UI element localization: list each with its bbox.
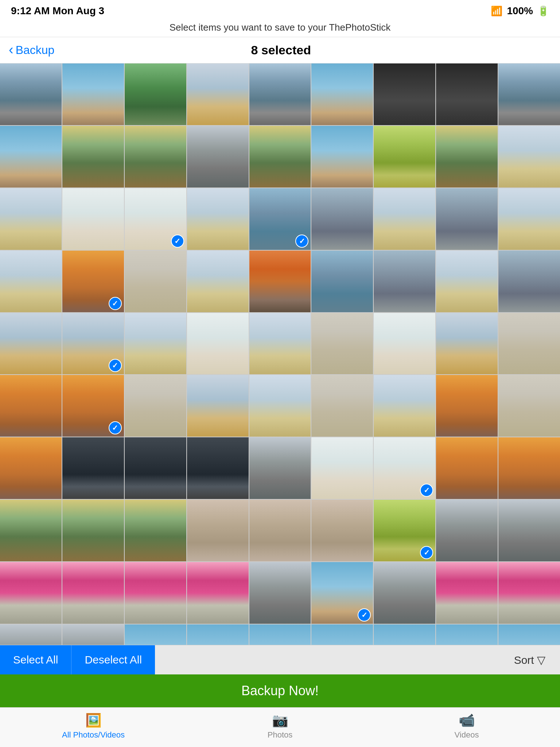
photo-cell[interactable] (62, 251, 124, 312)
photo-cell[interactable] (436, 437, 498, 499)
photo-cell[interactable] (311, 313, 373, 375)
photo-cell[interactable] (374, 375, 435, 437)
photo-cell[interactable] (311, 126, 373, 187)
photo-cell[interactable] (498, 188, 560, 250)
photo-cell[interactable] (249, 375, 311, 437)
photo-cell[interactable] (311, 562, 373, 624)
photo-cell[interactable] (187, 251, 249, 312)
photo-cell[interactable] (311, 375, 373, 437)
photo-cell[interactable] (125, 624, 186, 645)
photo-cell[interactable] (498, 375, 560, 437)
photo-cell[interactable] (125, 251, 186, 312)
photo-cell[interactable] (125, 437, 186, 499)
photo-cell[interactable] (187, 126, 249, 187)
photo-cell[interactable] (125, 375, 186, 437)
photo-cell[interactable] (498, 500, 560, 561)
photo-cell[interactable] (249, 562, 311, 624)
photo-cell[interactable] (187, 562, 249, 624)
photo-cell[interactable] (436, 375, 498, 437)
photo-cell[interactable] (311, 437, 373, 499)
photo-cell[interactable] (125, 500, 186, 561)
photo-cell[interactable] (62, 188, 124, 250)
photo-cell[interactable] (436, 188, 498, 250)
photo-cell[interactable] (311, 251, 373, 312)
photo-cell[interactable] (498, 562, 560, 624)
photo-cell[interactable] (187, 375, 249, 437)
tab-photos[interactable]: 📷 Photos (187, 713, 373, 740)
select-all-button[interactable]: Select All (0, 645, 71, 674)
photo-grid[interactable] (0, 63, 560, 645)
photo-cell[interactable] (436, 562, 498, 624)
photo-cell[interactable] (62, 375, 124, 437)
photo-cell[interactable] (374, 500, 435, 561)
sort-button[interactable]: Sort ▽ (155, 645, 560, 674)
photo-cell[interactable] (311, 500, 373, 561)
photo-cell[interactable] (374, 63, 435, 125)
back-button[interactable]: ‹ Backup (9, 43, 54, 57)
photo-cell[interactable] (125, 562, 186, 624)
photo-cell[interactable] (311, 63, 373, 125)
photo-cell[interactable] (498, 624, 560, 645)
photo-cell[interactable] (62, 313, 124, 375)
photo-cell[interactable] (498, 251, 560, 312)
photo-cell[interactable] (249, 126, 311, 187)
photo-cell[interactable] (0, 126, 62, 187)
photo-cell[interactable] (0, 63, 62, 125)
photo-cell[interactable] (0, 437, 62, 499)
photo-cell[interactable] (187, 624, 249, 645)
photo-cell[interactable] (249, 437, 311, 499)
photo-cell[interactable] (62, 500, 124, 561)
all-photos-icon: 🖼️ (85, 713, 102, 728)
photo-cell[interactable] (374, 437, 435, 499)
photo-cell[interactable] (436, 251, 498, 312)
photo-cell[interactable] (249, 500, 311, 561)
photo-cell[interactable] (249, 188, 311, 250)
photo-cell[interactable] (0, 313, 62, 375)
photo-cell[interactable] (249, 63, 311, 125)
photo-cell[interactable] (249, 251, 311, 312)
photo-cell[interactable] (498, 126, 560, 187)
photo-cell[interactable] (311, 188, 373, 250)
photo-cell[interactable] (187, 188, 249, 250)
photo-cell[interactable] (125, 313, 186, 375)
photo-cell[interactable] (187, 437, 249, 499)
photo-cell[interactable] (62, 126, 124, 187)
photo-cell[interactable] (374, 624, 435, 645)
photo-cell[interactable] (62, 562, 124, 624)
photo-cell[interactable] (125, 63, 186, 125)
photo-cell[interactable] (374, 562, 435, 624)
photo-cell[interactable] (0, 562, 62, 624)
photo-cell[interactable] (436, 624, 498, 645)
photo-cell[interactable] (0, 251, 62, 312)
photo-cell[interactable] (62, 437, 124, 499)
photo-cell[interactable] (187, 500, 249, 561)
backup-now-button[interactable]: Backup Now! (0, 674, 560, 707)
photo-cell[interactable] (436, 500, 498, 561)
tab-all-photos[interactable]: 🖼️ All Photos/Videos (0, 713, 187, 740)
photo-cell[interactable] (498, 313, 560, 375)
tab-videos[interactable]: 📹 Videos (373, 713, 560, 740)
photo-cell[interactable] (187, 313, 249, 375)
photo-cell[interactable] (436, 126, 498, 187)
photo-cell[interactable] (62, 624, 124, 645)
photo-cell[interactable] (374, 313, 435, 375)
photo-cell[interactable] (0, 188, 62, 250)
photo-cell[interactable] (125, 188, 186, 250)
photo-cell[interactable] (249, 313, 311, 375)
photo-cell[interactable] (0, 500, 62, 561)
photo-cell[interactable] (436, 63, 498, 125)
photo-cell[interactable] (498, 63, 560, 125)
photo-cell[interactable] (0, 624, 62, 645)
photo-cell[interactable] (374, 251, 435, 312)
photo-cell[interactable] (0, 375, 62, 437)
photo-cell[interactable] (125, 126, 186, 187)
photo-cell[interactable] (311, 624, 373, 645)
deselect-all-button[interactable]: Deselect All (71, 645, 155, 674)
photo-cell[interactable] (374, 188, 435, 250)
photo-cell[interactable] (374, 126, 435, 187)
photo-cell[interactable] (62, 63, 124, 125)
photo-cell[interactable] (436, 313, 498, 375)
photo-cell[interactable] (249, 624, 311, 645)
photo-cell[interactable] (187, 63, 249, 125)
photo-cell[interactable] (498, 437, 560, 499)
